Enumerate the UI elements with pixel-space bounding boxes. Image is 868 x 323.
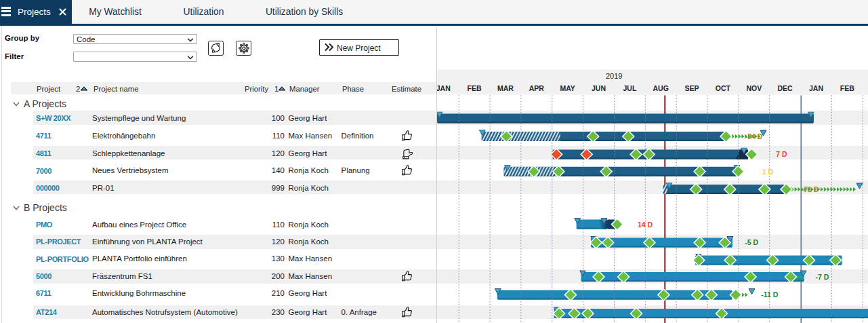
svg-text:MAR: MAR [497,84,514,92]
svg-text:-71 D: -71 D [802,185,819,193]
svg-text:OCT: OCT [716,84,731,92]
svg-text:FEB: FEB [840,84,854,92]
svg-text:FEB: FEB [468,84,482,92]
svg-text:MAY: MAY [560,84,575,92]
svg-text:-34 D: -34 D [745,132,763,140]
svg-text:JAN: JAN [809,84,823,92]
svg-text:-11 D: -11 D [761,290,779,299]
svg-text:JUL: JUL [623,84,636,92]
svg-text:NOV: NOV [746,84,762,92]
svg-text:SEP: SEP [684,84,699,92]
svg-text:-7 D: -7 D [816,273,829,281]
svg-text:APR: APR [529,84,545,92]
svg-text:7 D: 7 D [776,150,787,158]
svg-text:2019: 2019 [606,72,622,80]
svg-text:14 D: 14 D [638,221,653,229]
svg-text:AUG: AUG [653,84,669,92]
svg-text:-5 D: -5 D [745,238,758,246]
svg-text:JUN: JUN [592,84,606,92]
svg-text:DEC: DEC [778,84,793,92]
svg-text:1 D: 1 D [762,168,774,176]
svg-text:JAN: JAN [437,84,451,92]
